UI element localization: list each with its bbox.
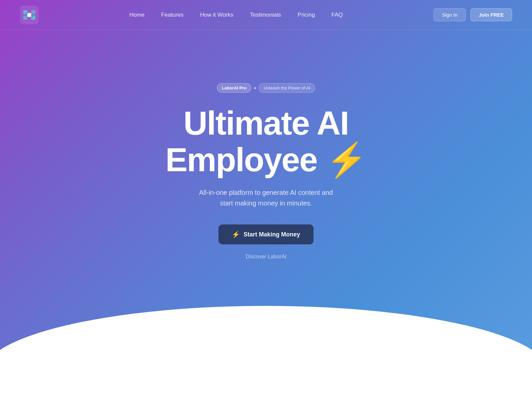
nav-item-testimonials[interactable]: Testimonials [250,12,281,18]
nav-actions: Sign In Join FREE [434,8,512,21]
bottom-arch-decoration [0,306,532,399]
nav-item-home[interactable]: Home [129,12,144,18]
badge-dot-separator [254,87,256,89]
cta-label: Start Making Money [243,231,300,238]
svg-rect-7 [31,12,33,18]
hero-title: Ultimate AI Employee ⚡ [165,105,366,178]
signin-button[interactable]: Sign In [434,8,466,21]
page-wrapper: Home Features How it Works Testimonials … [0,0,532,399]
hero-subtitle: All-in-one platform to generate AI conte… [196,187,336,208]
nav-item-features[interactable]: Features [161,12,184,18]
hero-title-line1: Ultimate AI [184,104,349,142]
hero-title-line2: Employee [165,141,317,178]
nav-links: Home Features How it Works Testimonials … [129,12,343,18]
navbar: Home Features How it Works Testimonials … [0,0,532,30]
cta-lightning-icon: ⚡ [232,230,240,238]
discover-link[interactable]: Discover LaborAI [246,254,287,260]
nav-item-how-it-works[interactable]: How it Works [200,12,233,18]
badge-main: LaborAI Pro [217,83,251,93]
join-button[interactable]: Join FREE [470,8,512,21]
hero-badge: LaborAI Pro Unleash the Power of AI [217,83,315,93]
logo[interactable] [20,6,39,24]
hero-section: LaborAI Pro Unleash the Power of AI Ulti… [0,30,532,260]
nav-item-faq[interactable]: FAQ [332,12,343,18]
nav-item-pricing[interactable]: Pricing [298,12,315,18]
cta-button[interactable]: ⚡ Start Making Money [218,224,313,244]
svg-rect-6 [25,12,27,18]
logo-icon [20,6,39,24]
badge-subtitle: Unleash the Power of AI [259,83,315,93]
svg-rect-5 [27,13,31,17]
hero-title-lightning: ⚡ [326,141,367,178]
